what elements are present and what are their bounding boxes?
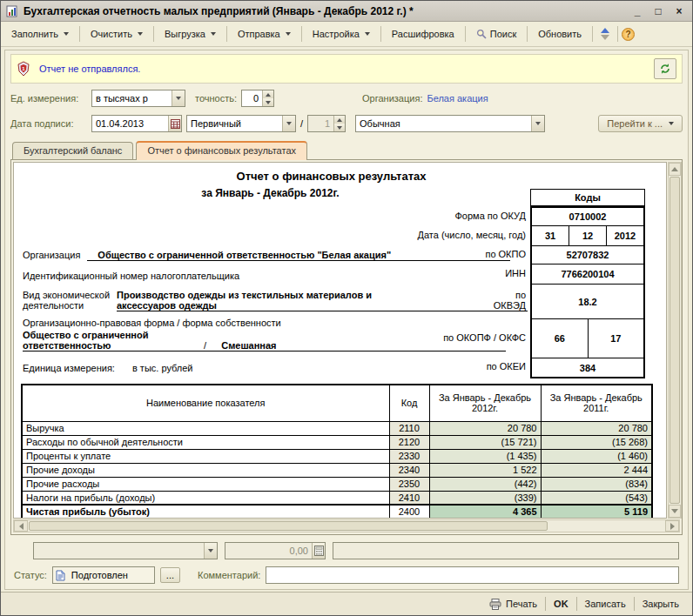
comment-input[interactable]	[266, 566, 679, 584]
table-row[interactable]: Выручка211020 78020 780	[22, 421, 652, 435]
okopf-value[interactable]: 66	[532, 319, 588, 358]
activity-value[interactable]: Производство одежды из текстильных матер…	[117, 290, 528, 311]
print-button[interactable]: Печать	[481, 596, 545, 613]
okved-value[interactable]: 18.2	[532, 285, 643, 319]
horizontal-scrollbar[interactable]	[13, 519, 680, 532]
table-cell[interactable]: Прочие доходы	[22, 463, 389, 477]
calendar-icon[interactable]	[168, 116, 181, 131]
table-cell[interactable]: 5 119	[541, 505, 652, 519]
status-row: Статус: Подготовлен ... Комментарий:	[10, 565, 683, 586]
table-cell[interactable]: 2400	[389, 505, 429, 519]
table-cell[interactable]: (543)	[541, 491, 652, 505]
status-more-button[interactable]: ...	[160, 567, 180, 583]
close-button[interactable]: ×	[671, 4, 687, 18]
goto-button[interactable]: Перейти к ...	[598, 115, 683, 132]
chevron-down-icon[interactable]	[282, 116, 295, 131]
refresh-list-button[interactable]: Обновить	[531, 25, 589, 43]
codes-spacer	[400, 189, 530, 206]
table-cell[interactable]: 2350	[389, 477, 429, 491]
vertical-scrollbar[interactable]	[668, 162, 682, 519]
okpo-value[interactable]: 52707832	[532, 246, 643, 264]
organization-value[interactable]: Общество с ограниченной ответственностью…	[87, 250, 510, 261]
table-cell[interactable]: 20 780	[429, 421, 541, 435]
table-cell[interactable]: (442)	[429, 477, 541, 491]
tab-balance-sheet[interactable]: Бухгалтерский баланс	[12, 142, 133, 159]
table-cell[interactable]: (15 721)	[429, 435, 541, 449]
table-cell[interactable]: (834)	[541, 477, 652, 491]
report-type-select[interactable]: Обычная	[355, 115, 545, 132]
table-cell[interactable]: 2330	[389, 449, 429, 463]
opf-value[interactable]: Общество с ограниченной ответственностью…	[23, 330, 506, 352]
minimize-button[interactable]: _	[629, 4, 645, 18]
chevron-down-icon	[64, 32, 69, 36]
vertical-scroll-thumb[interactable]	[669, 177, 680, 504]
table-cell[interactable]: 4 365	[429, 505, 541, 519]
table-cell[interactable]: 20 780	[541, 421, 652, 435]
save-button[interactable]: Записать	[577, 596, 634, 612]
scroll-right-icon[interactable]	[665, 520, 679, 532]
date-year[interactable]: 2012	[606, 226, 643, 245]
table-cell[interactable]: (339)	[429, 491, 541, 505]
scroll-down-icon[interactable]	[669, 505, 681, 518]
table-cell[interactable]: 2110	[389, 421, 429, 435]
search-button[interactable]: Поиск	[469, 25, 523, 43]
scroll-up-icon[interactable]	[669, 163, 681, 176]
table-row[interactable]: Налоги на прибыль (доходы)2410(339)(543)	[22, 491, 652, 505]
table-row[interactable]: Прочие расходы2350(442)(834)	[22, 477, 652, 491]
table-cell[interactable]: Налоги на прибыль (доходы)	[22, 491, 389, 505]
date-month[interactable]: 12	[569, 226, 606, 245]
unit-select[interactable]: в тысячах р	[91, 90, 185, 107]
ok-button[interactable]: OK	[546, 596, 576, 612]
table-row[interactable]: Расходы по обычной деятельности2120(15 7…	[22, 435, 652, 449]
close-form-button[interactable]: Закрыть	[635, 596, 687, 612]
chevron-down-icon[interactable]	[531, 116, 544, 131]
table-cell[interactable]: 1 522	[429, 463, 541, 477]
table-cell[interactable]: (1 435)	[429, 449, 541, 463]
report-table-body: Выручка211020 78020 780Расходы по обычно…	[22, 421, 652, 519]
table-cell[interactable]: Проценты к уплате	[22, 449, 389, 463]
refresh-status-button[interactable]	[654, 58, 676, 79]
okopf-okfs-row: 66 17	[532, 319, 643, 358]
organization-link[interactable]: Белая акация	[427, 93, 488, 104]
tab-financial-results[interactable]: Отчет о финансовых результатах	[136, 141, 307, 160]
activity-line: Вид экономическойдеятельности Производст…	[23, 290, 528, 311]
spin-up-icon[interactable]	[263, 90, 273, 98]
table-cell[interactable]: 2 444	[541, 463, 652, 477]
okfs-value[interactable]: 17	[588, 319, 644, 358]
table-row[interactable]: Прочие доходы23401 5222 444	[22, 463, 652, 477]
precision-label: точность:	[195, 93, 237, 104]
table-cell[interactable]: 2340	[389, 463, 429, 477]
horizontal-scroll-thumb[interactable]	[29, 521, 548, 531]
table-cell[interactable]: (15 268)	[541, 435, 652, 449]
table-cell[interactable]: (1 460)	[541, 449, 652, 463]
table-cell[interactable]: Расходы по обычной деятельности	[22, 435, 389, 449]
table-cell[interactable]: 2410	[389, 491, 429, 505]
spin-down-icon[interactable]	[263, 98, 273, 106]
table-cell[interactable]: 2120	[389, 435, 429, 449]
inn-value[interactable]: 7766200104	[532, 264, 643, 285]
date-day[interactable]: 31	[532, 226, 569, 245]
table-row[interactable]: Проценты к уплате2330(1 435)(1 460)	[22, 449, 652, 463]
scroll-left-icon[interactable]	[14, 520, 28, 532]
settings-button[interactable]: Настройка	[306, 25, 377, 43]
table-cell[interactable]: Выручка	[22, 421, 389, 435]
precision-stepper[interactable]: 0	[241, 90, 274, 107]
table-cell[interactable]: Прочие расходы	[22, 477, 389, 491]
okud-value[interactable]: 0710002	[532, 208, 643, 226]
maximize-button[interactable]: □	[650, 4, 666, 18]
status-field[interactable]: Подготовлен	[52, 566, 155, 584]
help-icon[interactable]: ?	[622, 28, 635, 41]
sort-icon[interactable]	[596, 26, 614, 42]
report-kind-select[interactable]: Первичный	[186, 115, 296, 132]
fill-button[interactable]: Заполнить	[4, 25, 76, 43]
col-header-2012: За Январь - Декабрь 2012г.	[429, 385, 541, 421]
table-cell[interactable]: Чистая прибыль (убыток)	[22, 505, 389, 519]
decrypt-button[interactable]: Расшифровка	[385, 25, 461, 43]
table-row[interactable]: Чистая прибыль (убыток)24004 3655 119	[22, 505, 652, 519]
okei-value[interactable]: 384	[532, 358, 643, 377]
export-button[interactable]: Выгрузка	[158, 25, 223, 43]
sign-date-field[interactable]: 01.04.2013	[91, 115, 182, 132]
chevron-down-icon[interactable]	[172, 90, 185, 106]
clear-button[interactable]: Очистить	[84, 25, 150, 43]
send-button[interactable]: Отправка	[231, 25, 298, 43]
